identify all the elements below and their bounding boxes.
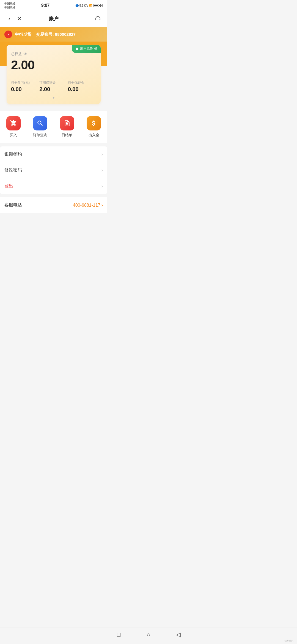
status-bar: 中国联通 中国联通 9:07 🔵 5.9 K/s 📶 16 — [0, 0, 107, 10]
chevron-icon: › — [101, 152, 103, 157]
shield-icon — [75, 47, 79, 51]
headset-icon — [95, 15, 101, 22]
customer-service-section: 客服电话 400-6881-117 › — [0, 197, 107, 213]
transfer-label: 出入金 — [89, 133, 99, 138]
actions-row: 买入 订单查询 日结单 出入金 — [0, 116, 107, 138]
position-pnl: 持仓盈亏(元) 0.00 — [11, 80, 39, 92]
phone-chevron: › — [101, 203, 103, 208]
customer-service-phone[interactable]: 400-6881-117 › — [73, 203, 103, 208]
account-card: 账户风险-低 总权益 👁 2.00 持仓盈亏(元) 0.00 可用保证金 2.0… — [7, 45, 101, 104]
total-equity-value: 2.00 — [11, 58, 96, 72]
action-daily-statement[interactable]: 日结单 — [60, 116, 74, 138]
account-banner: ● 中衍期货 交易账号: 880002827 — [0, 27, 107, 42]
logout-label: 登出 — [4, 183, 13, 189]
bank-sign-label: 银期签约 — [4, 151, 22, 157]
carrier-info: 中国联通 中国联通 — [4, 2, 15, 9]
expand-arrow[interactable]: ▼ — [11, 96, 96, 100]
battery-icon — [94, 4, 99, 7]
eye-icon[interactable]: 👁 — [23, 52, 27, 56]
change-password-label: 修改密码 — [4, 167, 22, 173]
customer-service-item[interactable]: 客服电话 400-6881-117 › — [0, 197, 107, 213]
chevron-icon: › — [101, 184, 103, 189]
daily-icon — [60, 116, 74, 130]
menu-section: 银期签约 › 修改密码 › 登出 › — [0, 146, 107, 194]
quick-actions: 买入 订单查询 日结单 出入金 — [0, 111, 107, 143]
stats-row: 持仓盈亏(元) 0.00 可用保证金 2.00 持仓保证金 0.00 — [11, 80, 96, 92]
page-title: 账户 — [14, 15, 93, 22]
broker-logo: ● — [4, 31, 12, 38]
order-icon — [33, 116, 47, 130]
nav-bar: ‹ ✕ 账户 — [0, 10, 107, 27]
menu-item-logout[interactable]: 登出 › — [0, 178, 107, 194]
clock: 9:07 — [41, 3, 50, 8]
position-margin: 持仓保证金 0.00 — [68, 80, 96, 92]
status-icons: 🔵 5.9 K/s 📶 16 — [75, 4, 103, 7]
headset-button[interactable] — [93, 14, 103, 24]
chevron-icon: › — [101, 168, 103, 173]
risk-badge: 账户风险-低 — [72, 45, 101, 53]
broker-info: 中衍期货 交易账号: 880002827 — [15, 32, 76, 37]
menu-item-bank-sign[interactable]: 银期签约 › — [0, 146, 107, 162]
action-transfer[interactable]: 出入金 — [87, 116, 101, 138]
buy-icon — [6, 116, 21, 130]
menu-item-change-password[interactable]: 修改密码 › — [0, 162, 107, 178]
action-buy[interactable]: 买入 — [6, 116, 21, 138]
available-margin: 可用保证金 2.00 — [39, 80, 68, 92]
transfer-icon — [87, 116, 101, 130]
back-button[interactable]: ‹ — [4, 14, 14, 24]
customer-service-label: 客服电话 — [4, 202, 22, 208]
daily-label: 日结单 — [62, 133, 72, 138]
action-order-query[interactable]: 订单查询 — [33, 116, 47, 138]
divider — [11, 76, 96, 76]
buy-label: 买入 — [10, 133, 17, 138]
order-label: 订单查询 — [33, 133, 47, 138]
